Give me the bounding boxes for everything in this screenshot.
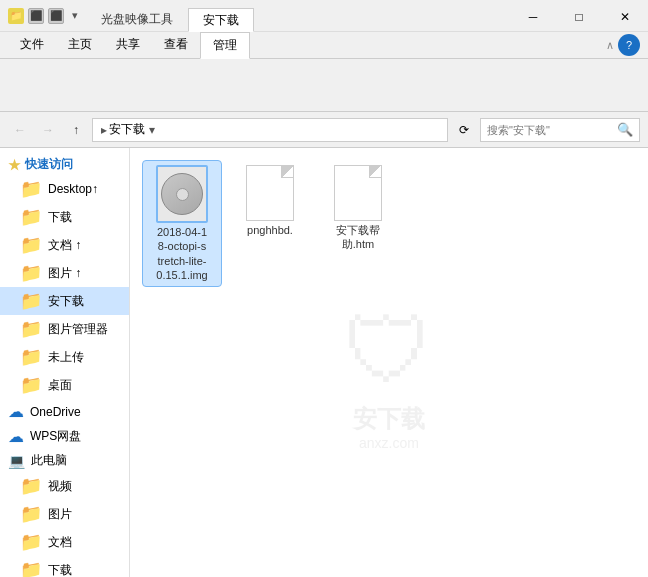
corner-fold xyxy=(281,166,293,178)
sidebar-item-photo[interactable]: 📁 图片 xyxy=(0,500,129,528)
sidebar-item-doc2[interactable]: 📁 文档 xyxy=(0,528,129,556)
ribbon-tabs: 文件 主页 共享 查看 管理 ∧ ? xyxy=(0,32,648,59)
png-file-icon xyxy=(246,165,294,221)
file-item-png[interactable]: pnghhbd. xyxy=(230,160,310,242)
folder-icon: 📁 xyxy=(20,178,42,200)
folder-icon: 📁 xyxy=(20,374,42,396)
title-tabs: 光盘映像工具 安下载 xyxy=(86,0,510,31)
ribbon-content xyxy=(0,59,648,111)
disc-file-icon xyxy=(156,165,208,223)
file-item-disc[interactable]: 2018-04-18-octopi-stretch-lite-0.15.1.im… xyxy=(142,160,222,287)
close-button[interactable]: ✕ xyxy=(602,4,648,30)
sidebar-section-quickaccess[interactable]: ★ 快速访问 xyxy=(0,152,129,175)
cloud-icon2: ☁ xyxy=(8,427,24,446)
title-bar-left: 📁 ⬛ ⬛ ▾ xyxy=(0,8,86,24)
sidebar-anxia-label: 安下载 xyxy=(48,293,84,310)
search-icon: 🔍 xyxy=(617,122,633,137)
sidebar-picmanager-label: 图片管理器 xyxy=(48,321,108,338)
sidebar-item-docs[interactable]: 📁 文档 ↑ xyxy=(0,231,129,259)
folder-icon: 📁 xyxy=(20,531,42,553)
folder-icon: 📁 xyxy=(20,475,42,497)
folder-icon: 📁 xyxy=(20,346,42,368)
address-bar: ← → ↑ ▸ 安下载 ▾ ⟳ 🔍 xyxy=(0,112,648,148)
help-button[interactable]: ? xyxy=(618,34,640,56)
sidebar-item-picmanager[interactable]: 📁 图片管理器 xyxy=(0,315,129,343)
breadcrumb: ▸ 安下载 ▾ xyxy=(101,121,155,138)
refresh-button[interactable]: ⟳ xyxy=(452,118,476,142)
folder-icon: 📁 xyxy=(20,318,42,340)
ribbon-tab-home[interactable]: 主页 xyxy=(56,32,104,58)
sidebar-desktop2-label: 桌面 xyxy=(48,377,72,394)
sidebar-item-download[interactable]: 📁 下载 xyxy=(0,203,129,231)
maximize-button[interactable]: □ xyxy=(556,4,602,30)
sidebar-pictures-label: 图片 ↑ xyxy=(48,265,81,282)
toolbar-btn2[interactable]: ⬛ xyxy=(48,8,64,24)
sidebar-item-onedrive[interactable]: ☁ OneDrive xyxy=(0,399,129,424)
search-box[interactable]: 🔍 xyxy=(480,118,640,142)
disc-center xyxy=(176,188,189,201)
sidebar: ★ 快速访问 📁 Desktop↑ 📁 下载 📁 文档 ↑ 📁 图片 ↑ 📁 安… xyxy=(0,148,130,577)
sidebar-photo-label: 图片 xyxy=(48,506,72,523)
main-layout: ★ 快速访问 📁 Desktop↑ 📁 下载 📁 文档 ↑ 📁 图片 ↑ 📁 安… xyxy=(0,148,648,577)
watermark-icon: 🛡 xyxy=(344,299,434,402)
pc-icon: 💻 xyxy=(8,453,25,469)
sidebar-onedrive-label: OneDrive xyxy=(30,405,81,419)
corner-fold2 xyxy=(369,166,381,178)
watermark-brand: 安下载 xyxy=(344,402,434,434)
ribbon-tab-view[interactable]: 查看 xyxy=(152,32,200,58)
watermark: 🛡 安下载 anxz.com xyxy=(344,299,434,450)
ribbon-tab-share[interactable]: 共享 xyxy=(104,32,152,58)
htm-file-icon xyxy=(334,165,382,221)
back-button[interactable]: ← xyxy=(8,118,32,142)
sidebar-desktop-label: Desktop↑ xyxy=(48,182,98,196)
file-label-png: pnghhbd. xyxy=(247,223,293,237)
quickaccess-label: 快速访问 xyxy=(25,156,73,173)
watermark-url: anxz.com xyxy=(344,434,434,450)
sidebar-docs-label: 文档 ↑ xyxy=(48,237,81,254)
sidebar-item-upload[interactable]: 📁 未上传 xyxy=(0,343,129,371)
ribbon-tab-file[interactable]: 文件 xyxy=(8,32,56,58)
sidebar-item-pc[interactable]: 💻 此电脑 xyxy=(0,449,129,472)
ribbon: 文件 主页 共享 查看 管理 ∧ ? xyxy=(0,32,648,112)
folder-icon: 📁 xyxy=(20,290,42,312)
sidebar-dl2-label: 下载 xyxy=(48,562,72,578)
tab-anxz[interactable]: 安下载 xyxy=(188,8,254,32)
title-bar: 📁 ⬛ ⬛ ▾ 光盘映像工具 安下载 ─ □ ✕ xyxy=(0,0,648,32)
file-label-disc: 2018-04-18-octopi-stretch-lite-0.15.1.im… xyxy=(156,225,207,282)
folder-icon: 📁 xyxy=(20,234,42,256)
star-icon: ★ xyxy=(8,157,21,173)
search-input[interactable] xyxy=(487,124,613,136)
forward-button[interactable]: → xyxy=(36,118,60,142)
quick-access-btn[interactable]: ⬛ xyxy=(28,8,44,24)
cloud-icon: ☁ xyxy=(8,402,24,421)
folder-icon: 📁 xyxy=(20,206,42,228)
file-area[interactable]: 🛡 安下载 anxz.com 2018-04-18-octopi-stretch… xyxy=(130,148,648,577)
tab-disk-tools[interactable]: 光盘映像工具 xyxy=(86,7,188,31)
sidebar-item-desktop[interactable]: 📁 Desktop↑ xyxy=(0,175,129,203)
address-input[interactable]: ▸ 安下载 ▾ xyxy=(92,118,448,142)
file-item-htm[interactable]: 安下载帮助.htm xyxy=(318,160,398,257)
window-controls: ─ □ ✕ xyxy=(510,0,648,30)
sidebar-item-video[interactable]: 📁 视频 xyxy=(0,472,129,500)
sidebar-upload-label: 未上传 xyxy=(48,349,84,366)
sidebar-item-wps[interactable]: ☁ WPS网盘 xyxy=(0,424,129,449)
ribbon-collapse-btn[interactable]: ∧ xyxy=(606,32,618,58)
minimize-button[interactable]: ─ xyxy=(510,4,556,30)
sidebar-item-anxia[interactable]: 📁 安下载 xyxy=(0,287,129,315)
sidebar-download-label: 下载 xyxy=(48,209,72,226)
disc-shape xyxy=(161,173,203,215)
breadcrumb-arrow: ▸ xyxy=(101,123,107,137)
up-button[interactable]: ↑ xyxy=(64,118,88,142)
folder-icon: 📁 xyxy=(20,503,42,525)
app-icon: 📁 xyxy=(8,8,24,24)
sidebar-item-desktop2[interactable]: 📁 桌面 xyxy=(0,371,129,399)
sidebar-wps-label: WPS网盘 xyxy=(30,428,81,445)
sidebar-item-pictures[interactable]: 📁 图片 ↑ xyxy=(0,259,129,287)
ribbon-tab-manage[interactable]: 管理 xyxy=(200,32,250,59)
folder-icon: 📁 xyxy=(20,559,42,577)
sidebar-item-dl2[interactable]: 📁 下载 xyxy=(0,556,129,577)
sidebar-doc2-label: 文档 xyxy=(48,534,72,551)
sidebar-pc-label: 此电脑 xyxy=(31,452,67,469)
files-grid: 2018-04-18-octopi-stretch-lite-0.15.1.im… xyxy=(142,160,636,287)
breadcrumb-dropdown[interactable]: ▾ xyxy=(149,123,155,137)
